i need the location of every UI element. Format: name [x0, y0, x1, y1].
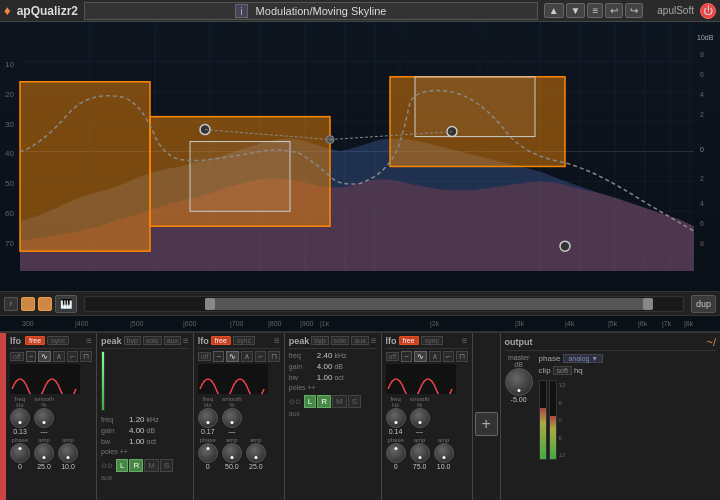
lfo3-freq-knob[interactable] [386, 408, 406, 428]
svg-text:8: 8 [700, 240, 704, 247]
peak2-menu[interactable]: ≡ [371, 335, 377, 346]
peak1-R-btn[interactable]: R [129, 459, 143, 472]
peak1-aux-btn[interactable]: aux [164, 336, 181, 345]
lfo3-wave-sq2[interactable]: ⊓ [456, 351, 468, 362]
lfo1-wave-sq2[interactable]: ⊓ [80, 351, 92, 362]
peak2-aux-btn[interactable]: aux [351, 336, 368, 345]
svg-text:60: 60 [5, 209, 14, 218]
peak2-L-btn[interactable]: L [304, 395, 316, 408]
lfo1-smooth-knob[interactable] [34, 408, 54, 428]
piano-btn[interactable]: 🎹 [55, 295, 77, 313]
freq-axis: 300 |400 |500 |600 |700 |800 |900 |1k |2… [0, 316, 720, 332]
peak1-aux-footer: aux [101, 474, 189, 481]
svg-text:50: 50 [5, 179, 14, 188]
lfo1-amp2-knob[interactable] [58, 443, 78, 463]
band2-btn[interactable] [38, 297, 52, 311]
add-band-button[interactable]: + [475, 412, 498, 436]
lfo2-phase-knob[interactable] [198, 443, 218, 463]
lfo2-wave-sq[interactable]: ⌐ [255, 351, 266, 362]
svg-text:2: 2 [700, 175, 704, 182]
lfo1-sync-btn[interactable]: sync [47, 336, 69, 345]
lfo2-amp2-knob[interactable] [246, 443, 266, 463]
transport-controls: ▲ ▼ ≡ ↩ ↪ [544, 3, 644, 18]
lfo1-amp2-value: 10.0 [61, 463, 75, 470]
lfo2-title: lfo [198, 336, 209, 346]
lfo3-wave-sq[interactable]: ⌐ [443, 351, 454, 362]
lfo1-freq-knob[interactable] [10, 408, 30, 428]
output-menu[interactable]: ~/ [707, 336, 716, 348]
peak2-freq-label: freq [289, 352, 315, 359]
svg-text:2: 2 [700, 111, 704, 118]
lfo1-menu[interactable]: ≡ [86, 335, 92, 346]
lfo2-curve [198, 364, 268, 394]
peak1-M-btn[interactable]: M [144, 459, 159, 472]
lfo3-phase-knob[interactable] [386, 443, 406, 463]
lfo2-wave-sin2[interactable]: ∿ [226, 351, 239, 362]
lfo3-sync-btn[interactable]: sync [421, 336, 443, 345]
peak1-byp-btn[interactable]: byp [124, 336, 141, 345]
peak1-S-btn[interactable]: S [160, 459, 173, 472]
lfo1-amp-knob[interactable] [34, 443, 54, 463]
freq-scrollbar[interactable] [84, 296, 684, 312]
redo-btn[interactable]: ↪ [625, 3, 643, 18]
peak2-solo-btn[interactable]: solo [331, 336, 350, 345]
lfo1-wave-sin2[interactable]: ∿ [38, 351, 51, 362]
lfo3-amp-value: 75.0 [413, 463, 427, 470]
lfo2-wave-sin[interactable]: ~ [213, 351, 224, 362]
menu-btn[interactable]: ≡ [587, 3, 603, 18]
lfo2-menu[interactable]: ≡ [274, 335, 280, 346]
lfo3-free-btn[interactable]: free [399, 336, 419, 345]
peak1-L-btn[interactable]: L [116, 459, 128, 472]
lfo2-freq-knob[interactable] [198, 408, 218, 428]
svg-rect-25 [190, 142, 290, 212]
lfo3-wave-tri[interactable]: ∧ [429, 351, 441, 362]
lfo3-curve [386, 364, 456, 394]
lfo1-free-btn[interactable]: free [25, 336, 45, 345]
lfo1-phase-knob[interactable] [10, 443, 30, 463]
peak2-S-btn[interactable]: S [348, 395, 361, 408]
undo-btn[interactable]: ↩ [605, 3, 623, 18]
lfo3-wave-sin[interactable]: ~ [401, 351, 412, 362]
lfo3-menu[interactable]: ≡ [462, 335, 468, 346]
peak2-byp-btn[interactable]: byp [311, 336, 328, 345]
eq-visualization[interactable]: 10 20 30 40 50 60 70 10dB 8 6 4 2 0 2 4 … [0, 22, 720, 291]
output-hq-label: hq [574, 366, 583, 375]
eq-display[interactable]: 10 20 30 40 50 60 70 10dB 8 6 4 2 0 2 4 … [0, 22, 720, 292]
lfo1-wave-tri[interactable]: ∧ [53, 351, 65, 362]
peak1-menu[interactable]: ≡ [183, 335, 189, 346]
lfo2-sync-btn[interactable]: sync [233, 336, 255, 345]
lfo3-wave-sin2[interactable]: ∿ [414, 351, 427, 362]
peak2-R-btn[interactable]: R [317, 395, 331, 408]
lfo3-amp-knob[interactable] [410, 443, 430, 463]
lfo3-off-btn[interactable]: off [386, 352, 400, 361]
band1-btn[interactable] [21, 297, 35, 311]
lfo2-wave-tri[interactable]: ∧ [241, 351, 253, 362]
freq-2k: |2k [430, 320, 439, 327]
prev-preset-btn[interactable]: ▲ [544, 3, 564, 18]
lfo2-free-btn[interactable]: free [211, 336, 231, 345]
lfo1-wave-sq[interactable]: ⌐ [67, 351, 78, 362]
lfo3-smooth-knob[interactable] [410, 408, 430, 428]
r-button[interactable]: r [4, 297, 18, 311]
lfo1-off-btn[interactable]: off [10, 352, 24, 361]
peak2-title: peak [289, 336, 310, 346]
lfo3-freq-value: 0.14 [389, 428, 403, 435]
power-button[interactable]: ⏻ [700, 3, 716, 19]
dup-btn[interactable]: dup [691, 295, 716, 313]
lfo2-amp-knob[interactable] [222, 443, 242, 463]
output-master-knob[interactable] [505, 368, 533, 396]
lfo1-wave-sin[interactable]: ~ [26, 351, 37, 362]
output-analog-btn[interactable]: analog ▼ [563, 354, 603, 363]
lfo2-smooth-knob[interactable] [222, 408, 242, 428]
peak2-M-btn[interactable]: M [332, 395, 347, 408]
next-preset-btn[interactable]: ▼ [566, 3, 586, 18]
lfo3-amp2-knob[interactable] [434, 443, 454, 463]
svg-point-31 [560, 241, 570, 251]
peak1-solo-btn[interactable]: solo [143, 336, 162, 345]
output-soft-btn[interactable]: soft [553, 366, 572, 375]
lfo2-wave-sq2[interactable]: ⊓ [268, 351, 280, 362]
lfo2-off-btn[interactable]: off [198, 352, 212, 361]
peak2-bw-label: bw [289, 374, 315, 381]
peak2-gain-label: gain [289, 363, 315, 370]
output-value: -5.00 [511, 396, 527, 403]
